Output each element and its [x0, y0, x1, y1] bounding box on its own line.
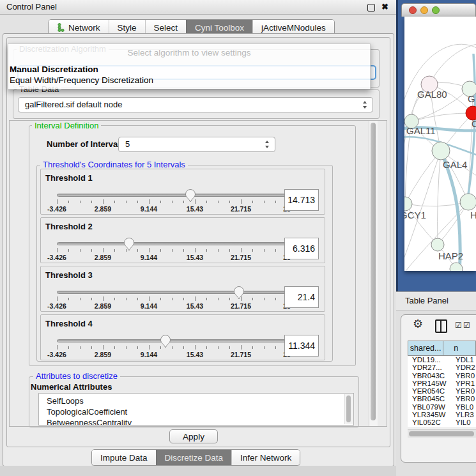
float-window-icon[interactable] — [367, 4, 375, 12]
threshold-2-block: Threshold 2 -3.4262.8599.14415.4321.7152… — [40, 217, 325, 263]
table-row[interactable]: YBL079WYBL0 — [408, 403, 476, 411]
slider-scale-label: 21.715 — [231, 302, 251, 310]
tab-infer-network[interactable]: Infer Network — [231, 450, 300, 465]
close-traffic-light-icon[interactable] — [409, 6, 417, 14]
threshold-4-slider[interactable] — [57, 339, 287, 342]
network-node-label: G — [468, 93, 475, 104]
network-node-label: GAL80 — [417, 89, 447, 100]
network-node-label: GAL11 — [406, 125, 436, 136]
thresholds-group-title: Threshold's Coordinates for 5 Intervals — [40, 160, 188, 169]
table-panel-titlebar: Table Panel — [396, 291, 476, 311]
table-row[interactable]: YDR27...YDR2 — [408, 364, 476, 371]
scrollbar-thumb[interactable] — [346, 395, 351, 422]
dropdown-option-equal-width[interactable]: Equal Width/Frequency Discretization — [10, 75, 153, 85]
column-header-name[interactable]: n — [443, 341, 475, 355]
network-edge — [405, 151, 441, 204]
table-cell: YPR145W — [408, 380, 450, 387]
slider-scale-label: 9.144 — [141, 302, 157, 310]
threshold-3-value-field[interactable]: 21.4 — [284, 286, 319, 308]
table-row[interactable]: YBR045CYBR0 — [408, 395, 476, 403]
table-header-row: shared... n — [408, 341, 476, 356]
list-vertical-scrollbar[interactable] — [344, 394, 353, 424]
table-row[interactable]: YPR145WYPR1 — [408, 380, 476, 387]
tab-impute-data[interactable]: Impute Data — [92, 450, 156, 465]
slider-scale-label: 9.144 — [141, 205, 157, 213]
zoom-traffic-light-icon[interactable] — [432, 6, 440, 14]
tab-style-label: Style — [118, 23, 137, 33]
slider-scale: -3.4262.8599.14415.4321.71528 — [57, 351, 288, 358]
network-window-titlebar — [401, 3, 476, 17]
table-data-select[interactable]: galFiltered.sif default node — [18, 97, 373, 112]
slider-scale-label: 15.43 — [187, 351, 203, 358]
close-icon[interactable]: ✖ — [381, 0, 388, 14]
threshold-1-slider[interactable] — [57, 194, 287, 197]
threshold-3-slider[interactable] — [57, 291, 287, 294]
threshold-1-label: Threshold 1 — [45, 173, 93, 183]
table-cell: YBL079W — [408, 403, 450, 411]
table-cell: YDR27... — [408, 364, 450, 371]
slider-scale-label: 21.715 — [231, 351, 251, 358]
checkbox-icon[interactable]: ☑ — [455, 321, 462, 330]
numerical-attributes-heading: Numerical Attributes — [31, 382, 112, 392]
threshold-2-slider[interactable] — [57, 242, 287, 245]
network-node[interactable] — [404, 197, 412, 211]
panel-title: Control Panel — [6, 0, 57, 14]
list-item[interactable]: TopologicalCoefficient — [39, 406, 353, 417]
tab-discretize-data[interactable]: Discretize Data — [156, 450, 232, 465]
app-root: Control Panel ✖ Network Style Select Cyn… — [0, 0, 476, 476]
slider-scale-label: 2.859 — [95, 351, 111, 358]
slider-scale: -3.4262.8599.14415.4321.71528 — [57, 205, 288, 213]
table-horizontal-scrollbar[interactable] — [408, 429, 476, 438]
number-of-intervals-select[interactable]: 5 — [118, 137, 275, 152]
threshold-3-block: Threshold 3 -3.4262.8599.14415.4321.7152… — [40, 266, 325, 312]
table-row[interactable]: YLR345WYLR3 — [408, 411, 476, 418]
table-row[interactable]: YIL052CYIL0 — [408, 418, 476, 426]
network-view-canvas[interactable]: GAL80GCGAL11GAL4GCY1HHAP2 — [404, 17, 476, 271]
slider-scale-label: 15.43 — [187, 302, 203, 310]
threshold-4-block: Threshold 4 -3.4262.8599.14415.4321.7152… — [40, 314, 325, 360]
interval-definition-title: Interval Definition — [32, 121, 101, 130]
table-row[interactable]: YBR043CYBR0 — [408, 372, 476, 380]
slider-scale-label: -3.426 — [47, 351, 66, 358]
network-node[interactable] — [432, 142, 450, 160]
settings-vertical-scrollbar[interactable] — [369, 121, 378, 426]
network-node[interactable] — [460, 194, 476, 210]
control-panel-titlebar: Control Panel ✖ — [0, 0, 396, 15]
table-data-selected-value: galFiltered.sif default node — [25, 100, 122, 109]
panel-bottom-margin — [0, 466, 396, 476]
algorithm-dropdown-popup: Select algorithm to view settings Manual… — [8, 43, 371, 89]
table-cell: YER0 — [450, 387, 476, 395]
apply-button[interactable]: Apply — [169, 429, 218, 443]
slider-scale-label: 21.715 — [231, 205, 251, 213]
dropdown-option-manual-discretization[interactable]: Manual Discretization — [10, 65, 98, 74]
slider-ticks — [57, 345, 288, 351]
table-row[interactable]: YDL19...YDL1 — [408, 356, 476, 364]
split-columns-icon[interactable] — [435, 319, 447, 333]
table-cell: YBR045C — [408, 395, 450, 403]
network-node[interactable] — [431, 238, 444, 251]
table-panel-title: Table Panel — [405, 292, 449, 310]
threshold-2-value-field[interactable]: 6.316 — [284, 238, 319, 259]
table-cell: YBR043C — [408, 372, 450, 380]
threshold-4-value-field[interactable]: 11.344 — [284, 335, 319, 357]
stepper-icon — [265, 141, 270, 148]
column-header-shared-name[interactable]: shared... — [408, 341, 443, 355]
slider-scale-label: 15.43 — [187, 254, 203, 261]
table-row[interactable]: YER054CYER0 — [408, 387, 476, 395]
threshold-1-value-field[interactable]: 14.713 — [284, 189, 319, 211]
tab-network-label: Network — [68, 23, 100, 33]
scrollbar-thumb[interactable] — [409, 431, 474, 436]
tab-select-label: Select — [154, 23, 178, 33]
numerical-attributes-list[interactable]: SelfLoops TopologicalCoefficient Between… — [38, 393, 354, 426]
list-item[interactable]: BetweennessCentrality — [39, 417, 353, 426]
dropdown-placeholder-item[interactable]: Select algorithm to view settings — [8, 48, 370, 58]
list-item[interactable]: SelfLoops — [39, 394, 353, 406]
table-cell: YLR345W — [408, 411, 450, 418]
checkbox-icon[interactable]: ☑ — [463, 321, 470, 330]
minimize-traffic-light-icon[interactable] — [420, 6, 428, 14]
stepper-icon — [363, 101, 367, 109]
scrollbar-thumb[interactable] — [371, 123, 376, 420]
bottom-tab-bar: Impute Data Discretize Data Infer Networ… — [91, 449, 300, 466]
network-edge — [429, 43, 476, 84]
gear-icon[interactable]: ⚙ — [413, 317, 423, 331]
